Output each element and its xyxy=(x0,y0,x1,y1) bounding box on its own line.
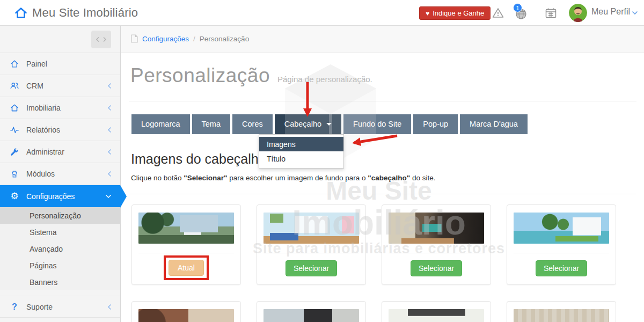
avatar[interactable] xyxy=(569,4,587,22)
sidebar-item-relatorios[interactable]: Relatórios xyxy=(0,119,120,141)
selecionar-button[interactable]: Selecionar xyxy=(536,260,587,276)
breadcrumb: Configurações / Personalização xyxy=(131,34,249,43)
tab-label: Pop-up xyxy=(423,114,448,134)
breadcrumb-separator: / xyxy=(193,35,195,43)
profile-menu[interactable]: Meu Perfil xyxy=(591,7,630,17)
home-logo-icon xyxy=(14,6,28,19)
instruction-bold-selecionar: "Selecionar" xyxy=(184,174,227,182)
header-images-row-2: Selecionar Selecionar Selecionar Selecio… xyxy=(131,301,616,322)
instruction-part: Clique no botão xyxy=(131,174,184,182)
tab-label: Cores xyxy=(242,114,263,134)
language-globe-button[interactable]: 1 xyxy=(515,8,528,21)
divider xyxy=(129,101,636,101)
divider xyxy=(129,194,636,194)
sidebar-label: Painel xyxy=(26,60,47,68)
top-header: Meu Site Imobiliário ♥ Indique e Ganhe 1 xyxy=(0,0,644,26)
header-image-thumbnail[interactable] xyxy=(514,309,609,322)
header-image-thumbnail[interactable] xyxy=(389,213,484,244)
submenu-item-sistema[interactable]: Sistema xyxy=(0,224,120,240)
tab-label: Cabeçalho xyxy=(284,114,321,134)
header-image-card: Selecionar xyxy=(507,204,616,285)
section-heading: Imagens do cabeçalho xyxy=(131,151,266,167)
header-image-thumbnail[interactable] xyxy=(389,309,484,322)
page-header: Personalização Página de personalização. xyxy=(130,64,372,87)
main-content: Personalização Página de personalização.… xyxy=(121,54,644,322)
tab-label: Tema xyxy=(202,114,221,134)
tab-tema[interactable]: Tema xyxy=(192,114,230,134)
chevron-left-icon xyxy=(107,171,112,177)
app-title: Meu Site Imobiliário xyxy=(32,6,138,20)
sidebar-item-suporte[interactable]: ? Suporte xyxy=(0,296,120,318)
wrench-icon xyxy=(10,147,19,157)
sidebar-item-imobiliaria[interactable]: Imobiliaria xyxy=(0,97,120,119)
configuracoes-submenu: Personalização Sistema Avançado Páginas … xyxy=(0,207,120,290)
activity-pulse-icon xyxy=(10,125,19,135)
document-icon xyxy=(131,34,138,43)
header-image-thumbnail[interactable] xyxy=(264,309,359,322)
tab-marca-dagua[interactable]: Marca D'agua xyxy=(460,114,528,134)
sidebar-item-painel[interactable]: Painel xyxy=(0,53,120,75)
tab-popup[interactable]: Pop-up xyxy=(413,114,458,134)
header-image-card: Atual xyxy=(131,204,241,285)
chevron-left-icon xyxy=(107,105,112,111)
question-mark-icon: ? xyxy=(10,302,19,312)
header-image-card: Selecionar xyxy=(507,301,616,322)
puzzle-icon xyxy=(10,169,19,179)
submenu-item-banners[interactable]: Banners xyxy=(0,274,120,290)
header-image-card: Selecionar xyxy=(382,301,491,322)
indique-e-ganhe-button[interactable]: ♥ Indique e Ganhe xyxy=(419,6,491,20)
header-image-card: Selecionar xyxy=(382,204,491,285)
sidebar-label: Administrar xyxy=(26,148,64,156)
card-divider xyxy=(138,253,234,253)
instruction-text: Clique no botão "Selecionar" para escolh… xyxy=(131,174,435,182)
submenu-spacer xyxy=(0,290,120,296)
sidebar-item-administrar[interactable]: Administrar xyxy=(0,141,120,163)
breadcrumb-personalizacao: Personalização xyxy=(200,35,249,43)
warning-icon[interactable] xyxy=(492,8,504,18)
app-logo[interactable]: Meu Site Imobiliário xyxy=(14,6,138,20)
heart-icon: ♥ xyxy=(426,10,429,17)
tab-cores[interactable]: Cores xyxy=(232,114,273,134)
instruction-part: do site. xyxy=(410,174,435,182)
sidebar-item-modulos[interactable]: Módulos xyxy=(0,163,120,185)
chevron-down-icon xyxy=(105,194,112,199)
header-image-card: Selecionar xyxy=(257,204,366,285)
chevron-right-icon xyxy=(103,36,107,42)
sidebar-label: Configurações xyxy=(26,192,75,201)
dropdown-item-titulo[interactable]: Título xyxy=(259,151,343,166)
caret-down-icon xyxy=(326,123,332,126)
current-selection-highlight: Atual xyxy=(164,255,209,280)
chevron-left-icon xyxy=(107,149,112,155)
selecionar-button[interactable]: Selecionar xyxy=(286,260,337,276)
header-image-thumbnail[interactable] xyxy=(264,213,359,244)
page-subtitle: Página de personalização. xyxy=(277,75,372,84)
avatar-image xyxy=(569,4,587,22)
sidebar-item-crm[interactable]: CRM xyxy=(0,75,120,97)
tab-fundo-do-site[interactable]: Fundo do Site xyxy=(343,114,411,134)
sidebar-label: CRM xyxy=(26,82,43,90)
breadcrumb-configuracoes[interactable]: Configurações xyxy=(142,35,189,43)
header-image-thumbnail[interactable] xyxy=(138,309,234,322)
sidebar: Painel CRM Imobiliaria Relatórios Admini… xyxy=(0,26,121,322)
submenu-item-paginas[interactable]: Páginas xyxy=(0,257,120,274)
submenu-item-avancado[interactable]: Avançado xyxy=(0,240,120,257)
submenu-item-personalizacao[interactable]: Personalização xyxy=(0,207,120,224)
sidebar-item-configuracoes[interactable]: ⚙ Configurações xyxy=(0,185,120,207)
calendar-icon[interactable] xyxy=(545,8,557,18)
chevron-left-icon xyxy=(107,83,112,89)
breadcrumb-bar: Configurações / Personalização xyxy=(121,26,644,53)
header-image-thumbnail[interactable] xyxy=(138,213,234,244)
notification-badge[interactable]: 1 xyxy=(513,3,522,12)
tab-label: Logomarca xyxy=(141,114,180,134)
cabecalho-dropdown-menu: Imagens Título xyxy=(259,134,344,169)
sidebar-collapse-control[interactable] xyxy=(91,31,111,48)
tab-logomarca[interactable]: Logomarca xyxy=(131,114,190,134)
header-image-thumbnail[interactable] xyxy=(514,213,609,244)
selecionar-button[interactable]: Selecionar xyxy=(411,260,462,276)
header-image-card: Selecionar xyxy=(131,301,241,322)
personalization-tabs: Logomarca Tema Cores Cabeçalho Fundo do … xyxy=(131,114,528,134)
dropdown-item-imagens[interactable]: Imagens xyxy=(259,137,343,151)
chevron-left-icon xyxy=(107,304,112,310)
tab-cabecalho[interactable]: Cabeçalho xyxy=(275,114,341,134)
atual-button[interactable]: Atual xyxy=(169,260,204,276)
